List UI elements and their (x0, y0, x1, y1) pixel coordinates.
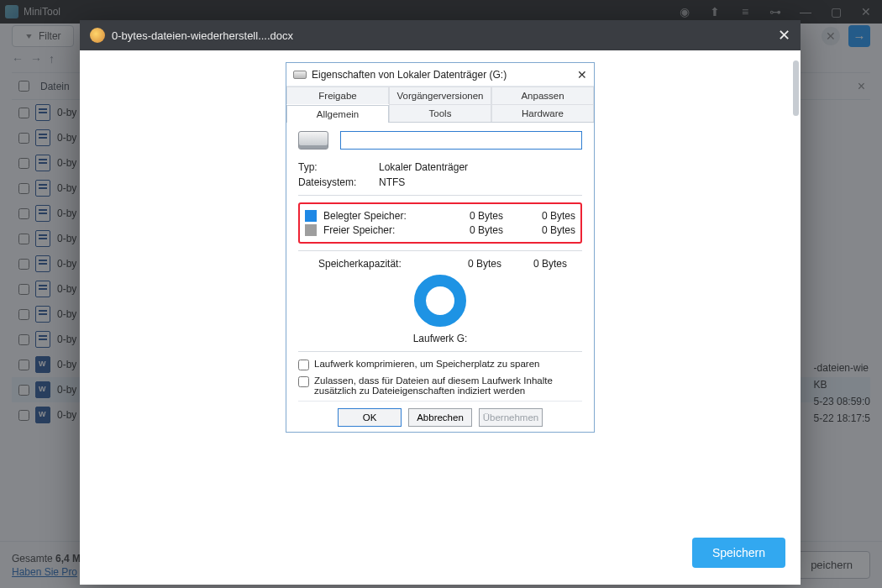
tab-hardware[interactable]: Hardware (491, 104, 594, 122)
drive-properties-dialog: Eigenschaften von Lokaler Datenträger (G… (286, 62, 595, 433)
preview-modal: 0-bytes-dateien-wiederherstell....docx ✕… (80, 20, 801, 585)
drive-big-icon (298, 131, 328, 150)
compress-checkbox[interactable] (298, 360, 309, 370)
used-bytes: 0 Bytes (438, 210, 503, 222)
used-label: Belegter Speicher: (323, 210, 431, 222)
apply-button[interactable]: Übernehmen (479, 408, 543, 427)
used-swatch-icon (305, 210, 317, 222)
free-bytes-2: 0 Bytes (510, 224, 575, 236)
drive-icon (293, 71, 307, 79)
free-label: Freier Speicher: (323, 224, 431, 236)
usage-donut-icon (414, 275, 466, 327)
used-bytes-2: 0 Bytes (510, 210, 575, 222)
ok-button[interactable]: OK (338, 408, 402, 427)
modal-titlebar: 0-bytes-dateien-wiederherstell....docx ✕ (80, 20, 801, 50)
index-checkbox[interactable] (298, 376, 309, 387)
properties-title: Eigenschaften von Lokaler Datenträger (G… (312, 69, 507, 81)
tab-allgemein[interactable]: Allgemein (286, 105, 389, 123)
cancel-button[interactable]: Abbrechen (408, 408, 472, 427)
highlighted-storage-box: Belegter Speicher: 0 Bytes 0 Bytes Freie… (298, 202, 582, 244)
drive-label-input[interactable] (340, 131, 582, 150)
capacity-label: Speicherkapazität: (318, 258, 436, 270)
compress-text: Laufwerk komprimieren, um Speicherplatz … (314, 359, 539, 369)
modal-title-text: 0-bytes-dateien-wiederherstell....docx (112, 29, 293, 42)
tab-freigabe[interactable]: Freigabe (286, 87, 389, 104)
type-key: Typ: (298, 161, 379, 173)
capacity-bytes-2: 0 Bytes (501, 258, 567, 270)
modal-footer: Speichern (80, 526, 801, 585)
capacity-bytes: 0 Bytes (436, 258, 501, 270)
tab-tools[interactable]: Tools (389, 104, 491, 122)
fs-key: Dateisystem: (298, 176, 379, 188)
properties-titlebar: Eigenschaften von Lokaler Datenträger (G… (286, 63, 594, 87)
modal-save-button[interactable]: Speichern (692, 538, 785, 568)
type-value: Lokaler Datenträger (379, 161, 468, 173)
properties-close-icon[interactable]: ✕ (577, 68, 587, 81)
fs-value: NTFS (379, 176, 405, 188)
compress-option[interactable]: Laufwerk komprimieren, um Speicherplatz … (298, 359, 582, 370)
free-bytes: 0 Bytes (438, 224, 503, 236)
index-option[interactable]: Zulassen, dass für Dateien auf diesem La… (298, 375, 582, 396)
drive-g-label: Laufwerk G: (298, 333, 582, 344)
modal-body: Eigenschaften von Lokaler Datenträger (G… (80, 50, 801, 526)
modal-file-icon (90, 28, 105, 43)
modal-scrollbar[interactable] (793, 60, 799, 116)
free-swatch-icon (305, 224, 317, 236)
index-text: Zulassen, dass für Dateien auf diesem La… (314, 375, 582, 396)
tab-vorgaenger[interactable]: Vorgängerversionen (389, 87, 491, 104)
modal-close-icon[interactable]: ✕ (778, 26, 790, 45)
tab-anpassen[interactable]: Anpassen (491, 87, 594, 104)
